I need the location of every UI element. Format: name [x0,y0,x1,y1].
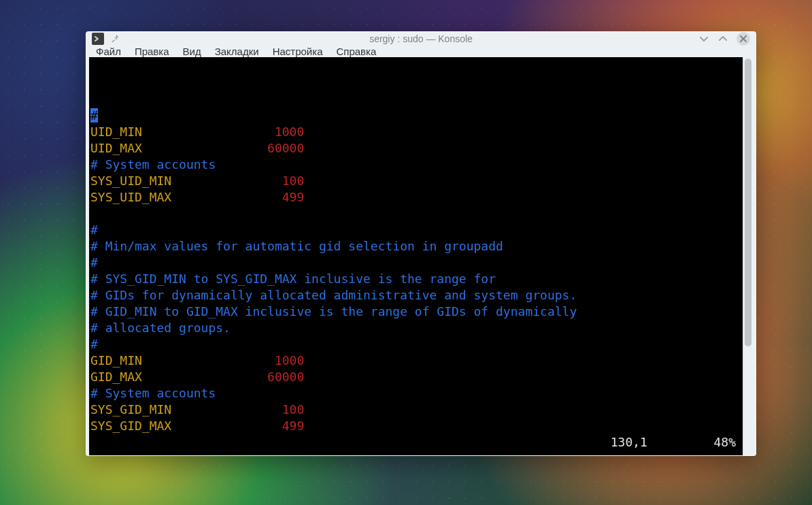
terminal-scrollbar[interactable] [743,57,753,456]
terminal-container: #UID_MIN 1000UID_MAX 60000# System accou… [89,57,753,456]
terminal-line: # allocated groups. [90,320,741,336]
menu-bookmarks[interactable]: Закладки [215,46,259,57]
terminal-line [90,206,741,222]
terminal-line: # System accounts [90,157,741,173]
terminal-line: SYS_UID_MAX 499 [90,189,741,206]
close-button[interactable] [737,32,750,46]
menu-help[interactable]: Справка [336,46,376,57]
konsole-window: sergiy : sudo — Konsole Файл Правка Вид … [86,31,756,456]
terminal-line: UID_MIN 1000 [90,124,741,140]
svg-line-0 [113,40,115,42]
minimize-icon[interactable] [698,33,709,44]
terminal-line: # [90,108,741,124]
menu-file[interactable]: Файл [96,46,121,57]
scrollbar-thumb[interactable] [745,59,751,346]
terminal-line: # [90,255,741,271]
window-titlebar[interactable]: sergiy : sudo — Konsole [86,32,756,46]
menu-bar: Файл Правка Вид Закладки Настройка Справ… [86,46,756,57]
terminal-line: # [90,222,741,238]
terminal-line: UID_MAX 60000 [90,140,741,157]
cursor-position: 130,1 [611,435,647,449]
terminal-line: GID_MAX 60000 [90,369,741,385]
vim-status-line: 130,1 48% [552,418,736,456]
terminal-viewport[interactable]: #UID_MIN 1000UID_MAX 60000# System accou… [89,57,743,456]
terminal-line: # SYS_GID_MIN to SYS_GID_MAX inclusive i… [90,271,741,287]
menu-settings[interactable]: Настройка [273,46,323,57]
terminal-line: # Min/max values for automatic gid selec… [90,238,741,255]
window-title: sergiy : sudo — Konsole [86,33,756,44]
pin-icon[interactable] [111,34,120,44]
terminal-line: SYS_GID_MIN 100 [90,402,741,418]
terminal-line: # System accounts [90,385,741,402]
terminal-line: # GIDs for dynamically allocated adminis… [90,287,741,304]
maximize-icon[interactable] [717,33,728,44]
terminal-line: # [90,336,741,353]
menu-view[interactable]: Вид [183,46,201,57]
terminal-line: SYS_UID_MIN 100 [90,173,741,189]
terminal-line: GID_MIN 1000 [90,353,741,369]
terminal-line: # GID_MIN to GID_MAX inclusive is the ra… [90,304,741,320]
scroll-percent: 48% [713,435,736,449]
app-icon [92,33,104,45]
menu-edit[interactable]: Правка [135,46,169,57]
